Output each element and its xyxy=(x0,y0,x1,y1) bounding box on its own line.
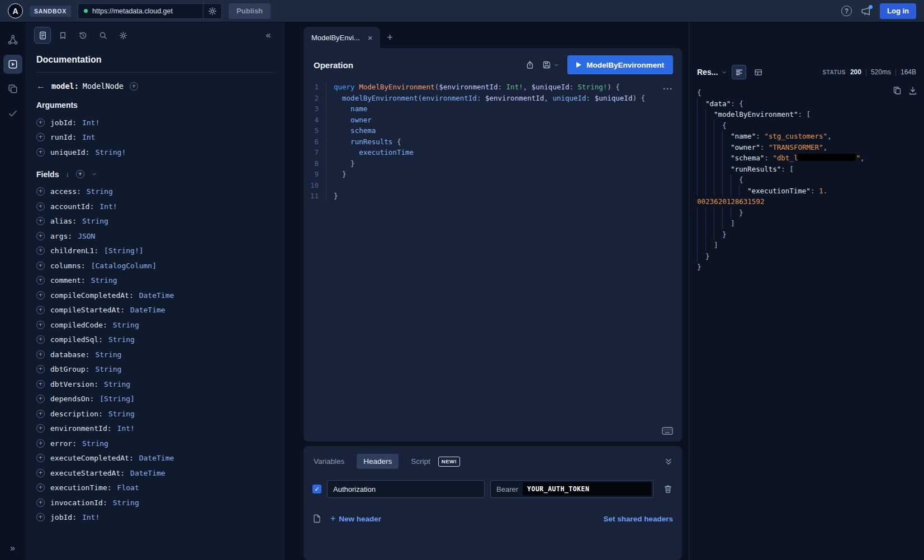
tab-documentation[interactable] xyxy=(34,27,51,44)
add-field-icon[interactable] xyxy=(36,246,45,255)
add-field-icon[interactable] xyxy=(36,454,45,462)
new-tab-button[interactable]: + xyxy=(380,28,399,47)
auth-token-pill[interactable]: YOUR_AUTH_TOKEN xyxy=(523,482,651,496)
delete-header-button[interactable] xyxy=(664,485,672,493)
tab-search[interactable] xyxy=(94,27,111,44)
download-response-button[interactable] xyxy=(908,86,917,95)
copy-response-button[interactable] xyxy=(893,86,902,95)
sidebar-item-explorer[interactable] xyxy=(3,55,22,74)
field-row[interactable]: accountId: Int! xyxy=(36,199,274,214)
collapse-io-panel-button[interactable] xyxy=(664,457,673,466)
field-row[interactable]: executeStartedAt: DateTime xyxy=(36,466,274,481)
field-row[interactable]: executionTime: Float xyxy=(36,481,274,496)
field-type[interactable]: JSON xyxy=(78,232,95,240)
add-field-icon[interactable] xyxy=(36,217,45,225)
tab-variables[interactable]: Variables xyxy=(312,454,345,469)
header-value-input[interactable]: Bearer YOUR_AUTH_TOKEN xyxy=(490,480,653,498)
field-row[interactable]: access: String xyxy=(36,184,274,200)
add-field-icon[interactable] xyxy=(36,232,45,240)
field-row[interactable]: alias: String xyxy=(36,214,274,229)
argument-type[interactable]: Int xyxy=(82,133,95,141)
field-row[interactable]: args: JSON xyxy=(36,229,274,244)
field-type[interactable]: String xyxy=(95,350,121,359)
add-field-icon[interactable] xyxy=(36,187,45,196)
announcements-button[interactable] xyxy=(861,6,871,16)
tab-explorer-settings[interactable] xyxy=(115,27,131,44)
collapse-doc-panel-button[interactable]: « xyxy=(260,30,276,40)
add-field-icon[interactable] xyxy=(36,424,45,433)
field-row[interactable]: error: String xyxy=(36,436,274,451)
add-field-icon[interactable] xyxy=(36,439,45,448)
field-type[interactable]: String xyxy=(95,365,121,373)
add-field-icon[interactable] xyxy=(36,499,45,507)
sidebar-item-checks[interactable] xyxy=(3,104,22,123)
header-enabled-checkbox[interactable]: ✓ xyxy=(312,485,321,493)
add-field-icon[interactable] xyxy=(36,410,45,418)
tab-headers[interactable]: Headers xyxy=(357,454,399,469)
add-argument-icon[interactable] xyxy=(36,133,45,141)
save-operation-button[interactable] xyxy=(542,60,560,69)
editor-menu-button[interactable]: ··· xyxy=(663,84,673,93)
add-field-icon[interactable] xyxy=(36,262,45,270)
preview-shared-headers-button[interactable] xyxy=(312,514,321,523)
add-field-icon[interactable] xyxy=(36,395,45,403)
tab-saved-operations[interactable] xyxy=(54,27,71,44)
field-type[interactable]: Float xyxy=(117,483,139,492)
field-type[interactable]: [CatalogColumn] xyxy=(91,262,157,270)
response-json[interactable]: {"data": {"modelByEnvironment": [{"name"… xyxy=(697,87,916,273)
graphql-code[interactable]: 1query ModelByEnvironment($environmentId… xyxy=(304,82,682,202)
field-row[interactable]: dbtVersion: String xyxy=(36,377,274,392)
apollo-logo[interactable]: A xyxy=(8,3,23,18)
add-field-icon[interactable] xyxy=(36,513,45,521)
add-argument-icon[interactable] xyxy=(36,148,45,156)
field-type[interactable]: DateTime xyxy=(130,306,165,314)
add-field-icon[interactable] xyxy=(36,469,45,477)
field-type[interactable]: DateTime xyxy=(130,469,165,477)
set-shared-headers-button[interactable]: Set shared headers xyxy=(603,515,673,523)
field-type[interactable]: String xyxy=(87,187,113,196)
run-operation-button[interactable]: ModelByEnvironment xyxy=(567,55,673,74)
field-row[interactable]: childrenL1: [String!] xyxy=(36,244,274,259)
field-type[interactable]: [String] xyxy=(99,395,135,403)
field-type[interactable]: DateTime xyxy=(139,454,174,462)
argument-row[interactable]: runId: Int xyxy=(36,130,274,145)
add-field-icon[interactable] xyxy=(36,276,45,284)
endpoint-url-input[interactable]: https://metadata.cloud.get xyxy=(78,3,222,19)
add-field-icon[interactable] xyxy=(36,350,45,359)
sidebar-item-collections[interactable] xyxy=(3,79,22,98)
field-row[interactable]: compileStartedAt: DateTime xyxy=(36,303,274,318)
field-row[interactable]: compiledCode: String xyxy=(36,317,274,333)
add-field-icon[interactable] xyxy=(36,380,45,388)
field-row[interactable]: executeCompletedAt: DateTime xyxy=(36,451,274,466)
formatted-view-button[interactable] xyxy=(732,65,746,79)
field-type[interactable]: String xyxy=(108,410,135,418)
keyboard-shortcuts-button[interactable] xyxy=(662,427,673,435)
breadcrumb-type[interactable]: ModelNode xyxy=(83,82,124,91)
help-button[interactable]: ? xyxy=(841,6,852,16)
argument-type[interactable]: String! xyxy=(95,148,126,156)
field-type[interactable]: String xyxy=(91,276,117,284)
add-fields-button[interactable] xyxy=(76,170,84,178)
argument-type[interactable]: Int! xyxy=(82,118,99,127)
field-row[interactable]: columns: [CatalogColumn] xyxy=(36,258,274,273)
expand-rail-button[interactable]: » xyxy=(10,543,15,553)
field-row[interactable]: description: String xyxy=(36,406,274,421)
code-editor[interactable]: ··· 1query ModelByEnvironment($environme… xyxy=(304,79,682,442)
sidebar-item-schema[interactable] xyxy=(3,30,22,49)
field-row[interactable]: dependsOn: [String] xyxy=(36,392,274,407)
field-row[interactable]: comment: String xyxy=(36,273,274,288)
field-row[interactable]: jobId: Int! xyxy=(36,510,274,525)
table-view-button[interactable] xyxy=(751,65,765,79)
field-row[interactable]: compiledSql: String xyxy=(36,333,274,348)
add-field-icon[interactable] xyxy=(36,483,45,492)
argument-row[interactable]: jobId: Int! xyxy=(36,115,274,130)
field-type[interactable]: Int! xyxy=(117,424,135,433)
field-type[interactable]: String xyxy=(113,321,139,329)
operation-tab[interactable]: ModelByEnvi... × xyxy=(304,27,380,48)
back-button[interactable]: ← xyxy=(36,81,45,91)
add-field-icon[interactable] xyxy=(36,202,45,211)
endpoint-settings-button[interactable] xyxy=(203,4,221,18)
publish-button[interactable]: Publish xyxy=(229,3,271,19)
add-field-icon[interactable] xyxy=(36,321,45,329)
field-row[interactable]: compileCompletedAt: DateTime xyxy=(36,288,274,303)
